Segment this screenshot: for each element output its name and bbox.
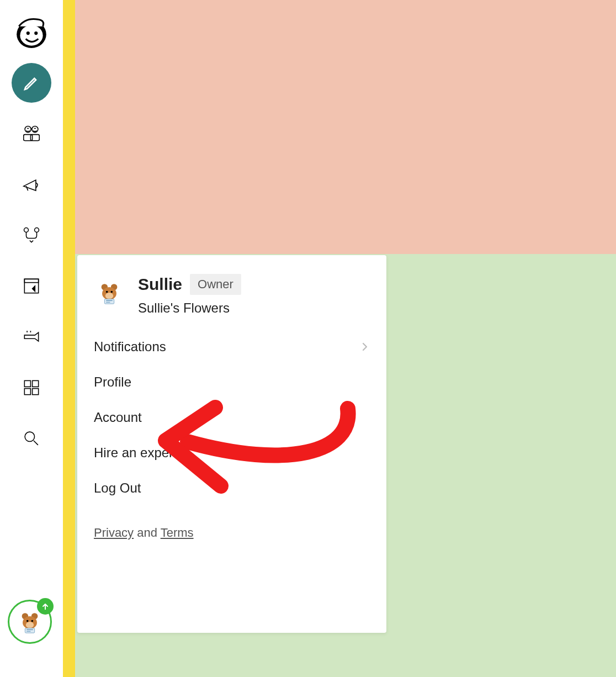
account-menu-header: Sullie Owner Sullie's Flowers bbox=[77, 274, 386, 329]
content-studio-icon bbox=[21, 276, 42, 297]
pencil-icon bbox=[23, 74, 40, 92]
search-icon bbox=[21, 428, 42, 449]
svg-rect-13 bbox=[33, 380, 39, 387]
svg-rect-11 bbox=[24, 279, 38, 282]
megaphone-icon bbox=[21, 174, 42, 195]
arrow-up-icon bbox=[41, 602, 50, 611]
upgrade-badge bbox=[37, 598, 54, 615]
menu-item-label: Profile bbox=[94, 374, 131, 390]
user-organization: Sullie's Flowers bbox=[138, 300, 241, 316]
svg-point-3 bbox=[34, 31, 38, 35]
legal-separator: and bbox=[134, 526, 161, 540]
bear-avatar-icon bbox=[17, 609, 43, 634]
integrations-icon bbox=[21, 326, 42, 347]
svg-rect-14 bbox=[24, 389, 30, 395]
chevron-right-icon bbox=[360, 342, 370, 352]
privacy-link[interactable]: Privacy bbox=[94, 526, 134, 540]
mailchimp-freddie-icon bbox=[13, 14, 50, 50]
apps-grid-icon bbox=[21, 377, 42, 398]
bear-avatar-icon bbox=[97, 280, 122, 305]
svg-rect-10 bbox=[24, 279, 38, 293]
account-menu-avatar bbox=[94, 277, 125, 308]
campaigns-nav[interactable] bbox=[12, 165, 51, 204]
svg-point-1 bbox=[20, 25, 43, 46]
apps-nav[interactable] bbox=[12, 368, 51, 408]
menu-item-notifications[interactable]: Notifications bbox=[77, 329, 386, 364]
menu-item-label: Notifications bbox=[94, 339, 166, 355]
svg-point-27 bbox=[105, 293, 113, 299]
mailchimp-logo[interactable] bbox=[12, 12, 51, 52]
audience-icon bbox=[21, 123, 42, 144]
create-button[interactable] bbox=[12, 63, 51, 103]
user-role-badge: Owner bbox=[190, 274, 241, 295]
svg-rect-15 bbox=[33, 389, 39, 395]
svg-point-9 bbox=[35, 228, 39, 232]
menu-item-label: Hire an expert bbox=[94, 445, 177, 461]
svg-point-20 bbox=[26, 622, 34, 628]
journey-icon bbox=[21, 225, 42, 246]
menu-item-profile[interactable]: Profile bbox=[77, 364, 386, 400]
legal-links: Privacy and Terms bbox=[77, 506, 386, 540]
content-nav[interactable] bbox=[12, 266, 51, 306]
svg-point-2 bbox=[26, 31, 30, 35]
search-nav[interactable] bbox=[12, 419, 51, 458]
user-name: Sullie bbox=[138, 275, 182, 294]
menu-item-hire-expert[interactable]: Hire an expert bbox=[77, 435, 386, 470]
svg-rect-30 bbox=[104, 299, 114, 304]
audience-nav[interactable] bbox=[12, 114, 51, 154]
sidebar-rail bbox=[0, 0, 63, 677]
content-panel-top bbox=[75, 0, 616, 254]
automations-nav[interactable] bbox=[12, 215, 51, 255]
svg-rect-12 bbox=[24, 380, 30, 387]
svg-point-16 bbox=[25, 432, 34, 441]
svg-point-21 bbox=[26, 620, 29, 622]
svg-point-8 bbox=[24, 228, 29, 232]
yellow-accent-strip bbox=[63, 0, 75, 677]
menu-item-account[interactable]: Account bbox=[77, 400, 386, 435]
svg-point-22 bbox=[31, 620, 34, 622]
terms-link[interactable]: Terms bbox=[161, 526, 194, 540]
menu-item-logout[interactable]: Log Out bbox=[77, 470, 386, 506]
svg-point-29 bbox=[111, 291, 113, 293]
menu-item-label: Account bbox=[94, 410, 142, 425]
account-avatar-button[interactable] bbox=[8, 600, 52, 644]
account-menu-popup: Sullie Owner Sullie's Flowers Notificati… bbox=[77, 255, 386, 633]
svg-rect-23 bbox=[25, 628, 34, 633]
menu-item-label: Log Out bbox=[94, 480, 141, 496]
integrations-nav[interactable] bbox=[12, 317, 51, 357]
svg-point-28 bbox=[106, 291, 108, 293]
